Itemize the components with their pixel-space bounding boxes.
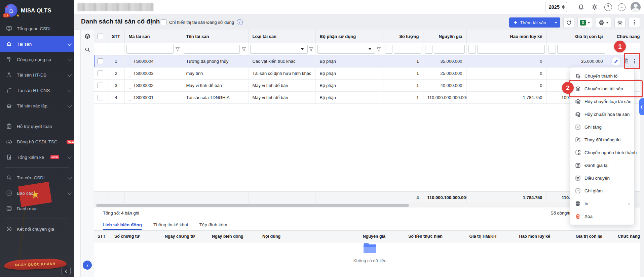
asset-dept: Bộ phận: [315, 92, 383, 104]
caret-down-icon[interactable]: [301, 48, 304, 50]
filter-bo-phan-select[interactable]: [317, 45, 375, 54]
menu-item-huy-chuan-hoa-tai-san[interactable]: Hủy chuẩn hóa tài sản: [570, 108, 634, 121]
tab-tep-dinh-kem[interactable]: Tệp đính kèm: [199, 222, 227, 230]
row-checkbox[interactable]: [98, 58, 103, 64]
filter-gia-tri-input[interactable]: [557, 45, 605, 54]
list-icon: [6, 205, 12, 212]
menu-item-thay-doi-thong-tin[interactable]: Thay đổi thông tin: [570, 133, 634, 146]
table-row[interactable]: 2 TS000003 máy tính Tài sản cố định hữu …: [93, 67, 644, 80]
row-checkbox[interactable]: [98, 71, 103, 76]
col-stt[interactable]: STT: [108, 30, 124, 43]
scrollbar-thumb[interactable]: [96, 204, 409, 207]
sidebar-item-cong-cu-dung-cu[interactable]: Công cụ dụng cụ: [0, 52, 74, 67]
asset-dept: Bộ phận: [315, 55, 383, 67]
row-checkbox[interactable]: [98, 83, 103, 88]
sidebar-item-bao-cao[interactable]: Báo cáo: [0, 185, 74, 201]
info-icon[interactable]: i: [237, 19, 243, 25]
menu-item-danh-gia-lai[interactable]: Đánh giá lại: [570, 159, 634, 172]
col-bo-phan-su-dung[interactable]: Bộ phận sử dụng: [315, 30, 383, 43]
table-row[interactable]: 4 TS000001 Tài sản của TDNGHIA Máy vi tí…: [93, 92, 644, 104]
filter-hao-mon-input[interactable]: [477, 45, 545, 54]
filter-loai-tai-san-select[interactable]: [250, 45, 308, 54]
funnel-icon[interactable]: [175, 47, 180, 52]
holiday-banner: NGÀY QUỐC KHÁNH: [4, 258, 67, 270]
drag-handle-icon[interactable]: [129, 94, 131, 101]
sidebar-item-tai-san-ht-db[interactable]: Tài sản HT-ĐB: [0, 67, 74, 83]
export-excel-button[interactable]: X: [577, 17, 593, 28]
settings-gear-icon[interactable]: [590, 3, 599, 11]
year-stepper-icon[interactable]: [562, 5, 565, 9]
sidebar-item-tai-san[interactable]: Tài sản: [0, 36, 74, 52]
expand-panel-button[interactable]: ›: [83, 261, 92, 270]
more-options-icon[interactable]: ⋯: [617, 3, 626, 11]
add-asset-button[interactable]: +Thêm tài sản: [509, 17, 551, 28]
refresh-button[interactable]: [563, 17, 574, 28]
equals-operator[interactable]: =: [425, 45, 432, 54]
filter-so-luong-input[interactable]: [394, 45, 421, 54]
layers-view-icon[interactable]: [81, 30, 94, 43]
col-so-luong[interactable]: Số lượng: [383, 30, 423, 43]
table-row[interactable]: 3 TS000002 Máy vi tính để bàn Máy vi tín…: [93, 80, 644, 92]
sidebar-collapse-button[interactable]: ❮: [62, 267, 71, 275]
funnel-icon[interactable]: [241, 47, 247, 52]
col-gia-tri-con-lai[interactable]: Giá trị còn lại: [546, 30, 607, 43]
in-use-filter-checkbox[interactable]: [161, 19, 166, 25]
funnel-icon[interactable]: [376, 47, 381, 52]
menu-item-dieu-chuyen[interactable]: Điều chuyển: [570, 172, 634, 184]
table-settings-button[interactable]: [614, 17, 626, 28]
select-all-checkbox[interactable]: [98, 34, 103, 39]
chevron-down-icon: [68, 103, 72, 107]
home-icon: ⌂: [9, 6, 13, 14]
caret-down-icon[interactable]: [369, 48, 371, 50]
sidebar-item-ho-tro-quyet-toan[interactable]: Hỗ trợ quyết toán: [0, 119, 74, 134]
user-avatar[interactable]: [631, 2, 641, 12]
add-asset-dropdown-button[interactable]: [551, 17, 560, 28]
asset-name: Tài sản của TDNGHIA: [182, 92, 248, 104]
row-checkbox[interactable]: [98, 95, 103, 100]
filter-ten-tai-san-input[interactable]: [184, 45, 240, 54]
menu-item-chuyen-nguon-hinh-thanh[interactable]: Chuyển nguồn hình thành: [570, 146, 634, 159]
search-view-icon[interactable]: [81, 43, 94, 56]
print-button[interactable]: [596, 17, 611, 28]
equals-operator[interactable]: =: [468, 45, 476, 54]
tab-thong-tin-ke-khai[interactable]: Thông tin kê khai: [153, 222, 188, 230]
help-icon[interactable]: ?: [604, 3, 612, 11]
sidebar-item-ket-noi-chuyen-gia[interactable]: Kết nối chuyên gia: [0, 221, 74, 237]
col-ma-tai-san[interactable]: Mã tài sản: [124, 30, 182, 43]
menu-item-ghi-tang[interactable]: Ghi tăng: [570, 121, 634, 133]
equals-operator[interactable]: =: [548, 45, 556, 54]
drag-handle-icon[interactable]: [129, 70, 131, 77]
sidebar-item-danh-muc[interactable]: Danh mục: [0, 201, 74, 216]
year-selector[interactable]: 2025: [545, 2, 567, 12]
sidebar-item-tra-cuu-csdl[interactable]: Tra cứu CSDL: [0, 170, 74, 185]
funnel-icon[interactable]: [308, 47, 314, 52]
vertical-scrollbar[interactable]: [640, 30, 644, 277]
table-row[interactable]: 1 TS000004 Tượng đá phong thủy Các vật k…: [93, 55, 644, 67]
notification-bell-icon[interactable]: [577, 3, 585, 11]
menu-item-xoa[interactable]: Xóa: [570, 210, 634, 223]
menu-item-ghi-giam[interactable]: Ghi giảm: [570, 184, 634, 197]
col-ten-tai-san[interactable]: Tên tài sản: [182, 30, 248, 43]
col-hao-mon-luy-ke[interactable]: Hao mòn lũy kế: [466, 30, 546, 43]
drag-handle-icon[interactable]: [129, 82, 131, 89]
col-nguyen-gia[interactable]: Nguyên giá: [423, 30, 466, 43]
horizontal-scrollbar[interactable]: [93, 203, 644, 208]
filter-nguyen-gia-input[interactable]: [434, 45, 465, 54]
summary-dep: 1.784.750: [466, 192, 546, 204]
drag-handle-icon[interactable]: [129, 58, 131, 64]
sidebar-item-tai-san-xac-lap[interactable]: Tài sản xác lập: [0, 98, 74, 113]
sidebar-item-tai-san-ht-cns[interactable]: Tài sản HT-CNS: [0, 83, 74, 98]
clipboard-check-icon: [6, 123, 12, 130]
col-chuc-nang[interactable]: Chức năng: [607, 30, 644, 43]
sidebar-item-dong-bo-csdl-tsc[interactable]: Đồng bộ CSDL TSC NEW: [0, 134, 74, 149]
sidebar-item-tong-quan-csdl[interactable]: Tổng quan CSDL: [0, 21, 74, 36]
sidebar-item-tong-kiem-ke[interactable]: Tổng kiểm kê NEW: [0, 149, 74, 165]
edit-button[interactable]: [611, 57, 621, 66]
col-loai-tai-san[interactable]: Loại tài sản: [248, 30, 315, 43]
filter-ma-tai-san-input[interactable]: [126, 45, 174, 54]
more-actions-button[interactable]: ⋮: [629, 17, 640, 28]
equals-operator[interactable]: =: [385, 45, 392, 54]
tab-lich-su-bien-dong[interactable]: Lịch sử biến động: [103, 222, 142, 230]
menu-item-in[interactable]: In ›: [570, 197, 634, 210]
collapse-right-panel-tab[interactable]: ❮: [639, 98, 644, 115]
